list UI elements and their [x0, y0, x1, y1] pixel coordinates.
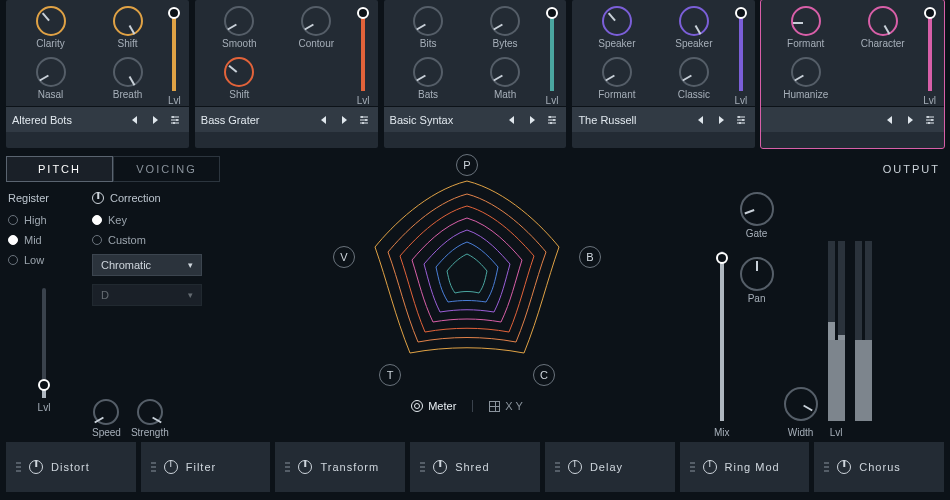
drag-handle-icon[interactable]: [555, 462, 560, 472]
preset-name[interactable]: Basic Syntax: [390, 114, 501, 126]
correction-key[interactable]: Key: [92, 214, 218, 226]
view-xy[interactable]: X Y: [489, 400, 523, 412]
output-meters: Lvl: [828, 241, 845, 438]
fx-filter[interactable]: Filter: [141, 442, 271, 492]
pan-knob[interactable]: [740, 257, 774, 291]
drag-handle-icon[interactable]: [151, 462, 156, 472]
radar-node-c[interactable]: C: [533, 364, 555, 386]
preset-next-button[interactable]: [713, 112, 729, 128]
knob-cell: Breath: [91, 57, 164, 100]
power-icon[interactable]: [298, 460, 312, 474]
power-icon[interactable]: [703, 460, 717, 474]
power-icon[interactable]: [29, 460, 43, 474]
module-1[interactable]: SmoothContourShiftLvlBass Grater: [195, 0, 378, 148]
module-level: Lvl: [734, 6, 747, 106]
gate-knob[interactable]: [740, 192, 774, 226]
drag-handle-icon[interactable]: [285, 462, 290, 472]
pitch-level-slider[interactable]: [42, 288, 46, 398]
correction-custom[interactable]: Custom: [92, 234, 218, 246]
radar-node-v[interactable]: V: [333, 246, 355, 268]
knob-contour[interactable]: [301, 6, 331, 36]
drag-handle-icon[interactable]: [824, 462, 829, 472]
knob-bits[interactable]: [413, 6, 443, 36]
power-icon[interactable]: [164, 460, 178, 474]
preset-next-button[interactable]: [147, 112, 163, 128]
module-level-slider[interactable]: [172, 10, 176, 91]
preset-settings-button[interactable]: [167, 112, 183, 128]
scale-dropdown[interactable]: Chromatic ▾: [92, 254, 202, 276]
register-high[interactable]: High: [8, 214, 80, 226]
preset-next-button[interactable]: [336, 112, 352, 128]
strength-knob[interactable]: [137, 399, 163, 425]
tab-voicing[interactable]: VOICING: [113, 156, 220, 182]
drag-handle-icon[interactable]: [16, 462, 21, 472]
tab-pitch[interactable]: PITCH: [6, 156, 113, 182]
fx-chorus[interactable]: Chorus: [814, 442, 944, 492]
module-level-slider[interactable]: [928, 10, 932, 91]
fx-delay[interactable]: Delay: [545, 442, 675, 492]
knob-character[interactable]: [868, 6, 898, 36]
knob-bytes[interactable]: [490, 6, 520, 36]
module-3[interactable]: SpeakerSpeakerFormantClassicLvlThe Russe…: [572, 0, 755, 148]
preset-settings-button[interactable]: [544, 112, 560, 128]
power-icon[interactable]: [568, 460, 582, 474]
preset-next-button[interactable]: [524, 112, 540, 128]
knob-formant[interactable]: [791, 6, 821, 36]
radar-node-t[interactable]: T: [379, 364, 401, 386]
module-level-slider[interactable]: [739, 10, 743, 91]
power-icon[interactable]: [837, 460, 851, 474]
preset-next-button[interactable]: [902, 112, 918, 128]
preset-settings-button[interactable]: [922, 112, 938, 128]
speed-knob[interactable]: [93, 399, 119, 425]
preset-prev-button[interactable]: [316, 112, 332, 128]
fx-label: Ring Mod: [725, 461, 780, 473]
correction-power-icon[interactable]: [92, 192, 104, 204]
knob-classic[interactable]: [679, 57, 709, 87]
preset-prev-button[interactable]: [693, 112, 709, 128]
power-icon[interactable]: [433, 460, 447, 474]
knob-humanize[interactable]: [791, 57, 821, 87]
module-4[interactable]: FormantCharacterHumanizeLvl: [761, 0, 944, 148]
module-2[interactable]: BitsBytesBatsMathLvlBasic Syntax: [384, 0, 567, 148]
fx-shred[interactable]: Shred: [410, 442, 540, 492]
preset-settings-button[interactable]: [356, 112, 372, 128]
knob-speaker[interactable]: [602, 6, 632, 36]
knob-clarity[interactable]: [36, 6, 66, 36]
fx-transform[interactable]: Transform: [275, 442, 405, 492]
view-meter[interactable]: Meter: [411, 400, 456, 412]
register-mid[interactable]: Mid: [8, 234, 80, 246]
register-low[interactable]: Low: [8, 254, 80, 266]
knob-bats[interactable]: [413, 57, 443, 87]
knob-speaker[interactable]: [679, 6, 709, 36]
drag-handle-icon[interactable]: [420, 462, 425, 472]
module-level-slider[interactable]: [550, 10, 554, 91]
knob-formant[interactable]: [602, 57, 632, 87]
preset-name[interactable]: Bass Grater: [201, 114, 312, 126]
fx-ring-mod[interactable]: Ring Mod: [680, 442, 810, 492]
knob-math[interactable]: [490, 57, 520, 87]
root-dropdown[interactable]: D ▾: [92, 284, 202, 306]
radar-node-p[interactable]: P: [456, 154, 478, 176]
knob-nasal[interactable]: [36, 57, 66, 87]
drag-handle-icon[interactable]: [690, 462, 695, 472]
module-0[interactable]: ClarityShiftNasalBreathLvlAltered Bots: [6, 0, 189, 148]
preset-prev-button[interactable]: [127, 112, 143, 128]
preset-name[interactable]: Altered Bots: [12, 114, 123, 126]
module-level-label: Lvl: [734, 95, 747, 106]
knob-shift[interactable]: [113, 6, 143, 36]
radar-visual[interactable]: P B C T V: [317, 156, 617, 396]
width-knob[interactable]: [784, 387, 818, 421]
knob-cell: Speaker: [580, 6, 653, 49]
preset-settings-button[interactable]: [733, 112, 749, 128]
mix-slider[interactable]: [720, 251, 724, 421]
knob-breath[interactable]: [113, 57, 143, 87]
knob-shift[interactable]: [224, 57, 254, 87]
knob-smooth[interactable]: [224, 6, 254, 36]
preset-name[interactable]: The Russell: [578, 114, 689, 126]
radar-node-b[interactable]: B: [579, 246, 601, 268]
module-level-slider[interactable]: [361, 10, 365, 91]
preset-prev-button[interactable]: [882, 112, 898, 128]
module-footer: Bass Grater: [195, 106, 378, 132]
preset-prev-button[interactable]: [504, 112, 520, 128]
fx-distort[interactable]: Distort: [6, 442, 136, 492]
